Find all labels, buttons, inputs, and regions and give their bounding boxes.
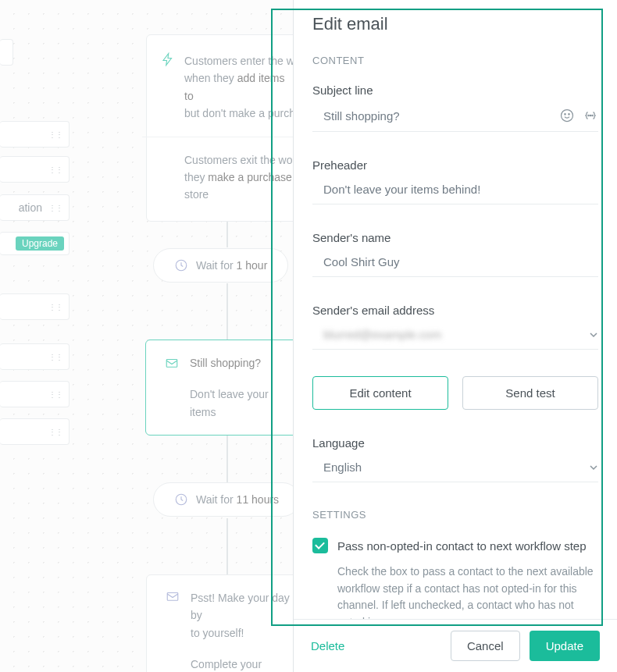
drag-handle-icon[interactable] bbox=[48, 305, 62, 309]
language-label: Language bbox=[312, 436, 598, 450]
svg-point-6 bbox=[569, 114, 569, 115]
exit-text: Customers exit the wo bbox=[184, 154, 293, 166]
wait-pill-1hour[interactable]: Wait for 1 hour bbox=[153, 248, 288, 283]
upgrade-badge[interactable]: Upgrade bbox=[16, 236, 64, 251]
sender-email-dropdown[interactable]: blurred@example.com bbox=[312, 325, 598, 350]
email-preview: Complete your purcha bbox=[166, 656, 291, 672]
pass-non-opted-checkbox[interactable] bbox=[312, 538, 328, 553]
checkbox-hint: Check the box to pass a contact to the n… bbox=[337, 564, 598, 619]
svg-rect-1 bbox=[166, 360, 177, 368]
drag-handle-icon[interactable] bbox=[48, 168, 62, 172]
trigger-icon bbox=[161, 52, 175, 66]
connector-line bbox=[226, 283, 228, 340]
clock-icon bbox=[174, 258, 188, 272]
svg-point-7 bbox=[588, 115, 589, 116]
panel-title: Edit email bbox=[312, 14, 598, 34]
drag-handle-icon[interactable] bbox=[48, 133, 62, 137]
svg-rect-3 bbox=[167, 593, 178, 601]
workflow-trigger-card[interactable]: Customers enter the w when they add item… bbox=[146, 34, 310, 222]
svg-point-4 bbox=[562, 110, 573, 122]
subject-label: Subject line bbox=[312, 84, 598, 97]
svg-point-8 bbox=[590, 115, 590, 116]
sidebar-item-upgrade[interactable]: Upgrade bbox=[0, 232, 70, 255]
sender-name-label: Sender's name bbox=[312, 231, 598, 244]
workflow-email-card-selected[interactable]: Still shopping? Don't leave your items bbox=[145, 340, 309, 436]
drag-handle-icon[interactable] bbox=[48, 393, 62, 396]
edit-email-panel: Edit email CONTENT Subject line Still sh… bbox=[293, 0, 617, 672]
language-value: English bbox=[312, 460, 589, 474]
content-section-label: CONTENT bbox=[312, 55, 598, 66]
wait-duration: 11 hours bbox=[237, 493, 279, 506]
connector-line bbox=[226, 518, 228, 574]
workflow-email-card[interactable]: Psst! Make your day by to yourself! Comp… bbox=[146, 574, 310, 672]
drag-handle-icon[interactable] bbox=[48, 430, 62, 434]
panel-footer: Delete Cancel Update bbox=[294, 619, 617, 672]
sender-name-input[interactable]: Cool Shirt Guy bbox=[312, 252, 598, 277]
email-subject: Psst! Make your day by bbox=[191, 592, 290, 621]
sender-name-value: Cool Shirt Guy bbox=[312, 255, 598, 268]
preheader-value: Don't leave your items behind! bbox=[312, 183, 598, 196]
sender-email-label: Sender's email address bbox=[312, 304, 598, 317]
wait-pill-11hours[interactable]: Wait for 11 hours bbox=[153, 482, 300, 517]
cancel-button[interactable]: Cancel bbox=[451, 631, 520, 661]
preheader-input[interactable]: Don't leave your items behind! bbox=[312, 180, 598, 204]
subject-value: Still shopping? bbox=[312, 109, 559, 123]
email-subject: Still shopping? bbox=[190, 354, 261, 372]
svg-point-5 bbox=[565, 114, 565, 115]
checkbox-label: Pass non-opted-in contact to next workfl… bbox=[337, 538, 587, 554]
email-preview: Don't leave your items bbox=[165, 386, 290, 421]
sidebar-item[interactable] bbox=[0, 343, 70, 370]
sidebar-item-label: ation bbox=[19, 201, 42, 214]
mail-icon bbox=[166, 589, 180, 603]
sidebar-item[interactable] bbox=[0, 293, 70, 320]
emoji-icon[interactable] bbox=[559, 108, 575, 123]
sidebar-item[interactable] bbox=[0, 121, 70, 148]
subject-input[interactable]: Still shopping? bbox=[312, 105, 598, 132]
sidebar-item[interactable] bbox=[0, 156, 70, 183]
sidebar-item-ation[interactable]: ation bbox=[0, 194, 70, 221]
wait-label: Wait for bbox=[196, 493, 237, 506]
edit-content-button[interactable]: Edit content bbox=[312, 376, 448, 410]
drag-handle-icon[interactable] bbox=[48, 355, 62, 359]
sidebar-item[interactable] bbox=[0, 381, 70, 407]
wait-duration: 1 hour bbox=[237, 259, 268, 272]
update-button[interactable]: Update bbox=[530, 631, 600, 661]
mail-icon bbox=[165, 356, 179, 370]
language-dropdown[interactable]: English bbox=[312, 457, 598, 482]
sidebar-item[interactable] bbox=[0, 418, 70, 445]
sender-email-value: blurred@example.com bbox=[312, 328, 589, 341]
chevron-down-icon bbox=[589, 330, 598, 340]
send-test-button[interactable]: Send test bbox=[462, 376, 598, 410]
preheader-label: Preheader bbox=[312, 158, 598, 172]
settings-section-label: SETTINGS bbox=[312, 509, 598, 521]
wait-label: Wait for bbox=[196, 259, 237, 272]
chevron-down-icon bbox=[589, 463, 598, 472]
delete-link[interactable]: Delete bbox=[311, 639, 344, 652]
trigger-text: Customers enter the w bbox=[184, 55, 294, 67]
merge-tag-icon[interactable] bbox=[583, 108, 598, 123]
svg-point-9 bbox=[592, 115, 593, 116]
drag-handle-icon[interactable] bbox=[48, 206, 62, 210]
sidebar-fragment bbox=[0, 39, 13, 66]
clock-icon bbox=[174, 492, 188, 507]
